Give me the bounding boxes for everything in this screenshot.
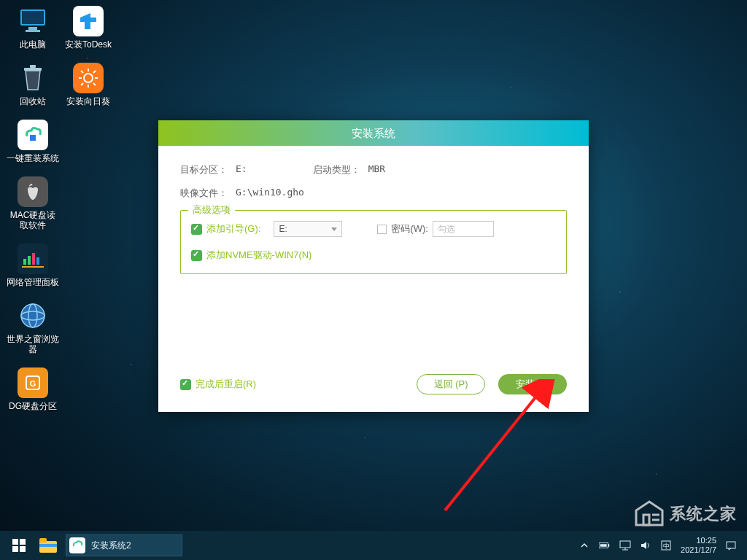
svg-rect-27 [643,515,649,525]
svg-rect-5 [30,65,36,68]
svg-rect-33 [20,546,26,552]
svg-rect-1 [22,11,44,24]
svg-rect-4 [24,68,42,71]
desktop-icon-dg-partition[interactable]: G DG硬盘分区 [6,368,60,411]
advanced-legend: 高级选项 [188,203,235,217]
desktop-icon-label: 回收站 [6,96,60,106]
password-checkbox[interactable] [377,225,387,234]
desktop-icon-label: MAC硬盘读 取软件 [6,210,60,230]
tray-clock[interactable]: 10:25 2021/12/7 [681,536,716,555]
svg-rect-35 [39,538,47,542]
password-input[interactable]: 勾选 [433,221,494,237]
tray-network-icon[interactable] [619,540,631,551]
svg-rect-32 [12,546,18,552]
chevron-down-icon [331,228,337,231]
desktop-icon-sunlogin[interactable]: 安装向日葵 [61,63,115,106]
image-file-label: 映像文件： [180,187,236,200]
svg-rect-39 [600,544,607,547]
target-partition-label: 目标分区： [180,163,236,176]
image-file-value: G:\win10.gho [236,187,304,200]
nvme-checkbox[interactable] [191,250,202,261]
desktop-icon-recycle-bin[interactable]: 回收站 [6,63,60,106]
install-button[interactable]: 安装 (S) [498,374,567,394]
advanced-options-group: 高级选项 添加引导(G): E: 密码(W): 勾选 添加NVME驱动-WIN7… [180,210,567,274]
tray-chevron-icon[interactable] [578,540,590,551]
svg-rect-7 [28,256,31,265]
desktop-icon-label: 一键重装系统 [6,153,60,163]
svg-rect-36 [39,544,57,547]
tray-volume-icon[interactable] [640,540,651,551]
tray-ime-icon[interactable]: 中 [660,540,672,551]
svg-line-22 [81,71,83,73]
tray-battery-icon[interactable] [599,540,611,551]
svg-point-17 [84,74,93,82]
boot-type-label: 启动类型： [313,163,368,176]
system-tray: 中 10:25 2021/12/7 [578,536,743,555]
add-boot-label: 添加引导(G): [206,222,260,236]
desktop-icon-label: 网络管理面板 [6,277,60,287]
svg-rect-6 [23,259,26,265]
svg-line-25 [93,71,96,73]
taskbar-app-label: 安装系统2 [91,540,131,552]
svg-rect-31 [20,539,26,545]
desktop-icon-browser[interactable]: 世界之窗浏览 器 [6,300,60,354]
svg-rect-10 [22,266,44,268]
svg-rect-8 [32,253,35,265]
taskbar-app-icon [69,537,85,553]
taskbar-explorer-icon[interactable] [34,531,63,560]
start-button[interactable] [4,531,34,560]
taskbar: 安装系统2 中 10:25 2021/12/7 [0,531,747,560]
desktop-icon-network-panel[interactable]: 网络管理面板 [6,244,60,287]
svg-rect-38 [608,544,610,547]
tray-notifications-icon[interactable] [725,540,737,551]
svg-line-23 [93,83,96,85]
watermark: 系统之家 [633,500,737,528]
svg-text:G: G [30,379,36,388]
desktop-icon-todesk[interactable]: 安装ToDesk [61,6,115,50]
add-boot-checkbox[interactable] [191,224,202,235]
desktop-icon-this-pc[interactable]: 此电脑 [6,6,60,50]
svg-text:中: 中 [663,542,670,550]
desktop-icon-mac-disk[interactable]: MAC硬盘读 取软件 [6,176,60,230]
taskbar-app-install[interactable]: 安装系统2 [66,534,182,556]
desktop-icon-label: 安装向日葵 [61,96,115,106]
boot-type-value: MBR [368,163,385,176]
target-partition-value: E: [236,163,247,176]
install-dialog: 安装系统 目标分区： E: 启动类型： MBR 映像文件： G:\win10.g… [158,120,589,412]
svg-rect-40 [620,541,630,548]
svg-rect-9 [36,257,39,265]
svg-rect-2 [28,27,37,30]
restart-label: 完成后重启(R) [196,378,256,391]
desktop-icon-label: DG硬盘分区 [6,401,60,411]
desktop-icon-reinstall[interactable]: 一键重装系统 [6,120,60,163]
dialog-title: 安装系统 [158,120,589,146]
desktop-icon-label: 世界之窗浏览 器 [6,334,60,354]
restart-checkbox[interactable] [180,379,191,390]
nvme-label: 添加NVME驱动-WIN7(N) [206,249,311,262]
svg-rect-3 [26,30,40,32]
desktop-icon-label: 安装ToDesk [61,39,115,50]
add-boot-select[interactable]: E: [274,221,342,237]
add-boot-select-value: E: [279,224,287,234]
svg-rect-30 [12,539,18,545]
desktop-icon-label: 此电脑 [6,39,60,50]
svg-rect-45 [727,542,735,548]
back-button[interactable]: 返回 (P) [417,374,485,394]
desktop: 此电脑 回收站 一键重装系统 MAC硬盘读 取软件 网络管理面板 世界之窗浏览 … [6,6,115,424]
password-label: 密码(W): [391,222,428,236]
svg-line-24 [81,83,83,85]
